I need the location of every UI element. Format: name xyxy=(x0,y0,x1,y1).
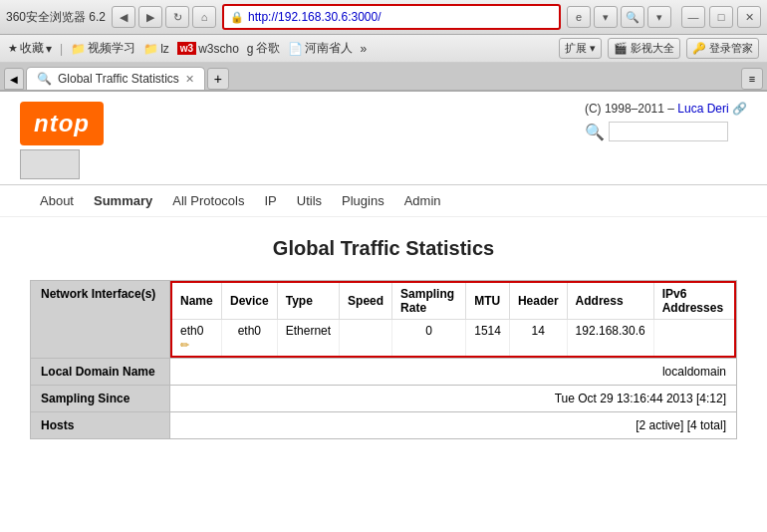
tab-bar: ◀ 🔍 Global Traffic Statistics ✕ + ≡ xyxy=(0,63,767,92)
folder-icon: 📁 xyxy=(71,42,86,56)
bookmark-henan[interactable]: 📄 河南省人 xyxy=(288,40,353,57)
security-icon: 🔒 xyxy=(230,11,244,24)
local-domain-row: Local Domain Name localdomain xyxy=(31,359,737,386)
bookmark-lz[interactable]: 📁 lz xyxy=(143,42,169,56)
ntop-subimage xyxy=(20,149,80,179)
copyright-text: (C) 1998–2011 – xyxy=(585,102,677,116)
edit-icon[interactable]: ✏ xyxy=(180,339,189,351)
sampling-since-value: Tue Oct 29 13:16:44 2013 [4:12] xyxy=(170,386,737,412)
nav-buttons: ◀ ▶ ↻ ⌂ xyxy=(112,6,216,28)
bookmark-google[interactable]: g 谷歌 xyxy=(247,40,280,57)
nav-summary[interactable]: Summary xyxy=(94,193,152,208)
tab-label: Global Traffic Statistics xyxy=(58,72,179,86)
bookmark-w3scho[interactable]: w3 w3scho xyxy=(177,42,239,56)
sampling-since-row: Sampling Since Tue Oct 29 13:16:44 2013 … xyxy=(31,386,737,412)
close-button[interactable]: ✕ xyxy=(737,6,761,28)
iface-data-row: eth0 ✏ eth0 Ethernet 0 1514 14 192.168.3… xyxy=(171,320,735,358)
tab-close-button[interactable]: ✕ xyxy=(185,73,194,86)
iface-sampling-rate: 0 xyxy=(392,320,466,358)
hosts-row: Hosts [2 active] [4 total] xyxy=(31,412,737,439)
home-button[interactable]: ⌂ xyxy=(192,6,216,28)
folder-icon-lz: 📁 xyxy=(143,42,158,56)
luca-deri-link[interactable]: Luca Deri xyxy=(677,102,728,116)
ntop-right: (C) 1998–2011 – Luca Deri 🔗 🔍 xyxy=(585,102,747,141)
extensions-button[interactable]: 扩展 ▾ xyxy=(559,38,602,59)
ntop-search-area: 🔍 xyxy=(585,122,747,141)
ntop-logo: ntop xyxy=(20,102,104,145)
tab-right-button[interactable]: ≡ xyxy=(741,68,763,90)
col-name: Name xyxy=(171,282,222,320)
nav-all-protocols[interactable]: All Protocols xyxy=(172,193,244,208)
video-button[interactable]: 🎬 影视大全 xyxy=(608,38,680,59)
local-domain-label: Local Domain Name xyxy=(31,359,170,386)
page-title: Global Traffic Statistics xyxy=(30,237,737,260)
dropdown-button[interactable]: ▾ xyxy=(594,6,618,28)
tab-global-traffic[interactable]: 🔍 Global Traffic Statistics ✕ xyxy=(26,67,205,90)
right-toolbar: 扩展 ▾ 🎬 影视大全 🔑 登录管家 xyxy=(559,38,759,59)
browser-title-text: 360安全浏览器 6.2 xyxy=(6,9,106,26)
iface-type: Ethernet xyxy=(277,320,339,358)
col-sampling-rate: Sampling Rate xyxy=(392,282,466,320)
ntop-copyright: (C) 1998–2011 – Luca Deri 🔗 xyxy=(585,102,747,116)
iface-mtu: 1514 xyxy=(466,320,510,358)
tab-search-icon: 🔍 xyxy=(37,72,52,86)
network-interfaces-table: Network Interface(s) Name Device Type Sp… xyxy=(30,280,737,439)
nav-menu: About Summary All Protocols IP Utils Plu… xyxy=(0,185,767,217)
nav-plugins[interactable]: Plugins xyxy=(342,193,384,208)
ntop-search-input[interactable] xyxy=(609,122,728,141)
iface-ipv6 xyxy=(653,320,735,358)
tab-left-arrow[interactable]: ◀ xyxy=(4,68,24,90)
browser-search-area: e ▾ 🔍 ▾ xyxy=(567,6,671,28)
col-address: Address xyxy=(567,282,653,320)
w3-icon: w3 xyxy=(177,42,196,55)
e-button[interactable]: e xyxy=(567,6,591,28)
hosts-label: Hosts xyxy=(31,412,170,439)
search-dropdown[interactable]: ▾ xyxy=(647,6,671,28)
sampling-since-label: Sampling Since xyxy=(31,386,170,412)
back-button[interactable]: ◀ xyxy=(112,6,135,28)
doc-icon: 📄 xyxy=(288,42,303,56)
address-bar[interactable]: 🔒 http://192.168.30.6:3000/ xyxy=(222,4,561,30)
refresh-button[interactable]: ↻ xyxy=(165,6,189,28)
iface-name: eth0 ✏ xyxy=(171,320,222,358)
search-icon: 🔍 xyxy=(585,123,605,141)
col-mtu: MTU xyxy=(466,282,510,320)
iface-address: 192.168.30.6 xyxy=(567,320,653,358)
forward-button[interactable]: ▶ xyxy=(138,6,162,28)
iface-device: eth0 xyxy=(222,320,278,358)
local-domain-value: localdomain xyxy=(170,359,737,386)
main-content: Global Traffic Statistics Network Interf… xyxy=(0,217,767,459)
star-icon: ★ xyxy=(8,42,18,55)
minimize-button[interactable]: — xyxy=(681,6,705,28)
ntop-header: ntop (C) 1998–2011 – Luca Deri 🔗 🔍 xyxy=(0,92,767,185)
g-icon: g xyxy=(247,42,254,56)
address-text: http://192.168.30.6:3000/ xyxy=(248,10,553,24)
nav-utils[interactable]: Utils xyxy=(297,193,322,208)
network-interfaces-label: Network Interface(s) xyxy=(31,281,170,359)
iface-header-row: Name Device Type Speed Sampling Rate MTU… xyxy=(171,282,735,320)
login-button[interactable]: 🔑 登录管家 xyxy=(686,38,759,59)
network-interfaces-content: Name Device Type Speed Sampling Rate MTU… xyxy=(170,281,737,359)
col-type: Type xyxy=(277,282,339,320)
external-link-icon: 🔗 xyxy=(732,102,747,116)
col-speed: Speed xyxy=(340,282,392,320)
col-ipv6: IPv6 Addresses xyxy=(653,282,735,320)
iface-speed xyxy=(340,320,392,358)
nav-admin[interactable]: Admin xyxy=(404,193,441,208)
iface-header: 14 xyxy=(509,320,567,358)
nav-ip[interactable]: IP xyxy=(264,193,276,208)
maximize-button[interactable]: □ xyxy=(709,6,733,28)
new-tab-button[interactable]: + xyxy=(207,68,229,90)
search-engine-button[interactable]: 🔍 xyxy=(621,6,644,28)
page-content: ntop (C) 1998–2011 – Luca Deri 🔗 🔍 About… xyxy=(0,92,767,459)
hosts-value: [2 active] [4 total] xyxy=(170,412,737,439)
bookmark-label: 收藏 xyxy=(20,40,44,57)
col-header: Header xyxy=(509,282,567,320)
network-interfaces-row: Network Interface(s) Name Device Type Sp… xyxy=(31,281,737,359)
col-device: Device xyxy=(222,282,278,320)
bookmarks-bar: ★ 收藏 ▾ | 📁 视频学习 📁 lz w3 w3scho g 谷歌 📄 河南… xyxy=(0,35,767,63)
iface-table: Name Device Type Speed Sampling Rate MTU… xyxy=(170,281,736,358)
bookmark-video[interactable]: 📁 视频学习 xyxy=(71,40,135,57)
bookmark-item[interactable]: ★ 收藏 ▾ xyxy=(8,40,52,57)
nav-about[interactable]: About xyxy=(40,193,74,208)
